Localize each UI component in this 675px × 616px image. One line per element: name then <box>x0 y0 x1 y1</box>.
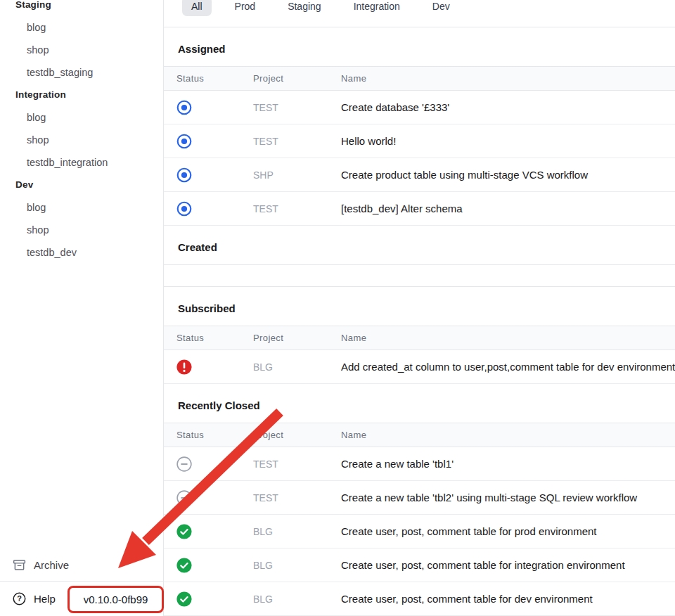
main-panel: AllProdStagingIntegrationDev AssignedSta… <box>164 0 675 616</box>
issue-name: Create product table using multi-stage V… <box>341 169 675 181</box>
issue-row[interactable]: TESTCreate database '£333' <box>164 91 675 124</box>
section-title-assigned: Assigned <box>164 27 675 66</box>
sidebar-item-dev-blog[interactable]: blog <box>0 196 163 219</box>
status-open-icon <box>176 100 192 115</box>
project-key: BLG <box>253 361 341 373</box>
sidebar-item-integration-blog[interactable]: blog <box>0 106 163 129</box>
issue-name: [testdb_dev] Alter schema <box>341 203 675 214</box>
sidebar-nav: Stagingblogshoptestdb_stagingIntegration… <box>0 0 163 264</box>
svg-text:?: ? <box>17 594 22 603</box>
table-header-row: StatusProjectName <box>164 423 675 447</box>
sidebar-item-staging-shop[interactable]: shop <box>0 39 163 61</box>
project-key: TEST <box>253 492 341 503</box>
status-open-icon <box>176 167 192 183</box>
col-header-name: Name <box>341 73 675 84</box>
project-key: BLG <box>253 593 341 605</box>
issue-name: Create a new table 'tbl1' <box>341 458 675 470</box>
status-done-icon <box>176 558 192 573</box>
issue-row[interactable]: BLGAdd created_at column to user,post,co… <box>164 350 675 384</box>
section-assigned: AssignedStatusProjectNameTESTCreate data… <box>164 27 675 226</box>
section-subscribed: SubscribedStatusProjectNameBLGAdd create… <box>164 287 675 384</box>
project-key: TEST <box>253 203 341 214</box>
section-title-subscribed: Subscribed <box>164 287 675 326</box>
archive-button[interactable]: Archive <box>0 548 163 581</box>
section-created: Created <box>164 226 675 287</box>
status-canceled-icon <box>176 490 192 506</box>
version-annotation-box: v0.10.0-0fb99 <box>68 586 164 613</box>
issue-row[interactable]: TESTCreate a new table 'tbl1' <box>164 447 675 481</box>
issue-row[interactable]: BLGCreate user, post, comment table for … <box>164 582 675 616</box>
archive-icon <box>12 558 27 572</box>
issue-name: Hello world! <box>341 135 675 147</box>
env-group-label-dev: Dev <box>0 174 163 196</box>
table-header-row: StatusProjectName <box>164 326 675 350</box>
help-icon: ? <box>12 591 27 606</box>
tab-integration[interactable]: Integration <box>345 0 409 16</box>
issue-row[interactable]: TESTHello world! <box>164 124 675 158</box>
env-group-label-staging: Staging <box>0 0 163 16</box>
status-error-icon <box>176 359 192 375</box>
issue-row[interactable]: BLGCreate user, post, comment table for … <box>164 515 675 548</box>
sidebar-item-staging-testdb-staging[interactable]: testdb_staging <box>0 61 163 84</box>
sidebar-item-staging-blog[interactable]: blog <box>0 16 163 39</box>
project-key: TEST <box>253 102 341 113</box>
issue-name: Create database '£333' <box>341 101 675 113</box>
issue-row[interactable]: TESTCreate a new table 'tbl2' using mult… <box>164 481 675 515</box>
col-header-name: Name <box>341 430 675 440</box>
project-key: TEST <box>253 136 341 147</box>
section-title-created: Created <box>164 226 675 264</box>
col-header-project: Project <box>253 430 341 440</box>
empty-table-row <box>164 264 675 287</box>
status-done-icon <box>176 524 192 539</box>
project-key: BLG <box>253 526 341 537</box>
project-key: TEST <box>253 458 341 470</box>
col-header-project: Project <box>253 73 341 84</box>
tab-staging[interactable]: Staging <box>278 0 330 16</box>
issue-name: Add created_at column to user,post,comme… <box>341 361 675 373</box>
tab-dev[interactable]: Dev <box>423 0 459 16</box>
app-window: Stagingblogshoptestdb_stagingIntegration… <box>0 0 675 616</box>
col-header-project: Project <box>253 333 341 343</box>
status-done-icon <box>176 591 192 607</box>
status-canceled-icon <box>176 456 192 472</box>
env-group-label-integration: Integration <box>0 84 163 106</box>
issue-name: Create user, post, comment table for int… <box>341 559 675 571</box>
issue-name: Create user, post, comment table for pro… <box>341 525 675 537</box>
issue-row[interactable]: BLGCreate user, post, comment table for … <box>164 548 675 582</box>
tab-all[interactable]: All <box>182 0 212 16</box>
project-key: BLG <box>253 560 341 571</box>
project-key: SHP <box>253 169 341 181</box>
sidebar-item-dev-testdb-dev[interactable]: testdb_dev <box>0 241 163 264</box>
table-header-row: StatusProjectName <box>164 66 675 91</box>
tab-bar: AllProdStagingIntegrationDev <box>164 0 675 27</box>
issue-row[interactable]: TEST[testdb_dev] Alter schema <box>164 192 675 226</box>
sidebar-item-dev-shop[interactable]: shop <box>0 219 163 241</box>
col-header-name: Name <box>341 333 675 343</box>
archive-label: Archive <box>34 559 69 571</box>
help-label: Help <box>34 593 56 605</box>
tab-prod[interactable]: Prod <box>226 0 265 16</box>
sidebar-item-integration-shop[interactable]: shop <box>0 129 163 151</box>
section-recently-closed: Recently ClosedStatusProjectNameTESTCrea… <box>164 384 675 616</box>
version-label: v0.10.0-0fb99 <box>84 593 148 605</box>
status-open-icon <box>176 201 192 217</box>
sidebar: Stagingblogshoptestdb_stagingIntegration… <box>0 0 164 616</box>
issue-name: Create user, post, comment table for dev… <box>341 593 675 605</box>
col-header-status: Status <box>164 333 253 343</box>
sidebar-item-integration-testdb-integration[interactable]: testdb_integration <box>0 151 163 174</box>
status-open-icon <box>176 134 192 149</box>
sections: AssignedStatusProjectNameTESTCreate data… <box>164 27 675 616</box>
sidebar-bottom: Archive ? Help v0.10.0-0fb99 <box>0 548 163 616</box>
section-title-recently-closed: Recently Closed <box>164 384 675 423</box>
issue-row[interactable]: SHPCreate product table using multi-stag… <box>164 158 675 192</box>
col-header-status: Status <box>164 430 253 440</box>
issue-name: Create a new table 'tbl2' using multi-st… <box>341 492 675 503</box>
col-header-status: Status <box>164 73 253 84</box>
